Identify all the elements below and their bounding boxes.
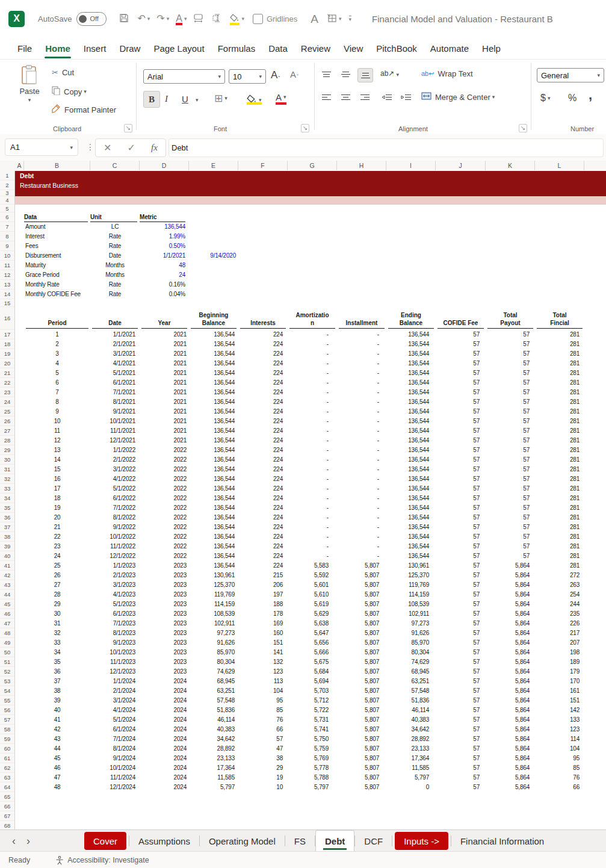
cell-H17[interactable]: - xyxy=(337,330,386,339)
cell-B12[interactable]: Grace Period xyxy=(25,270,88,280)
cell-G63[interactable]: 5,788 xyxy=(288,773,337,783)
cell-K29[interactable]: 57 xyxy=(486,445,535,455)
cell-I42[interactable]: 125,370 xyxy=(386,571,436,580)
cell-F24[interactable]: 224 xyxy=(238,397,288,407)
cell-G17[interactable]: - xyxy=(288,330,337,339)
cell-B53[interactable]: 37 xyxy=(24,677,90,686)
cell-I63[interactable]: 5,797 xyxy=(386,773,436,783)
ribbon-tab-pitchbook[interactable]: PitchBook xyxy=(369,40,424,57)
cell-F54[interactable]: 104 xyxy=(238,686,288,696)
cell-K46[interactable]: 5,864 xyxy=(486,609,535,619)
cell-C28[interactable]: 12/1/2021 xyxy=(90,436,140,445)
cell-I49[interactable]: 85,970 xyxy=(386,638,436,648)
cell-L46[interactable]: 235 xyxy=(535,609,584,619)
prev-sheet-icon[interactable]: ‹ xyxy=(7,835,20,848)
cell-F56[interactable]: 85 xyxy=(238,705,288,715)
cell-J33[interactable]: 57 xyxy=(436,484,486,494)
cell-G25[interactable]: - xyxy=(288,407,337,417)
cell-L19[interactable]: 281 xyxy=(535,349,584,359)
save-icon[interactable] xyxy=(119,13,129,25)
cell-L54[interactable]: 161 xyxy=(535,686,584,696)
row-header-36[interactable]: 36 xyxy=(0,513,14,522)
cell-E57[interactable]: 46,114 xyxy=(189,715,238,725)
amortization-header-K[interactable]: Total Payout xyxy=(487,299,533,329)
row-header-5[interactable]: 5 xyxy=(0,205,14,212)
ribbon-tab-draw[interactable]: Draw xyxy=(113,40,147,57)
cell-I34[interactable]: 136,544 xyxy=(386,494,436,503)
cell-B24[interactable]: 8 xyxy=(24,397,90,407)
cell-K63[interactable]: 5,864 xyxy=(486,773,535,783)
cell-B31[interactable]: 15 xyxy=(24,465,90,474)
cell-H28[interactable]: - xyxy=(337,436,386,445)
row-header-54[interactable]: 54 xyxy=(0,686,14,696)
cell-K53[interactable]: 5,864 xyxy=(486,677,535,686)
ribbon-tab-view[interactable]: View xyxy=(337,40,369,57)
cell-K39[interactable]: 57 xyxy=(486,542,535,551)
cell-H47[interactable]: 5,807 xyxy=(337,619,386,628)
column-header-E[interactable]: E xyxy=(189,161,238,170)
cell-J48[interactable]: 57 xyxy=(436,628,486,638)
row-header-43[interactable]: 43 xyxy=(0,580,14,590)
ribbon-font-color-button[interactable]: A▾ xyxy=(276,91,286,103)
cell-G38[interactable]: - xyxy=(288,532,337,542)
amortization-header-H[interactable]: Installment xyxy=(339,299,385,329)
cell-C63[interactable]: 11/1/2024 xyxy=(90,773,140,783)
cell-J17[interactable]: 57 xyxy=(436,330,486,339)
cell-B27[interactable]: 11 xyxy=(24,426,90,436)
cell-H59[interactable]: 5,807 xyxy=(337,734,386,744)
customize-toolbar-icon[interactable]: ▾ xyxy=(349,16,352,22)
cell-I53[interactable]: 63,251 xyxy=(386,677,436,686)
cell-C50[interactable]: 10/1/2023 xyxy=(90,648,140,657)
info-header-data[interactable]: Data xyxy=(24,212,88,222)
sheet-tab-cover[interactable]: Cover xyxy=(84,832,126,850)
cell-D21[interactable]: 2021 xyxy=(140,368,189,378)
cell-H23[interactable]: - xyxy=(337,388,386,397)
row-header-11[interactable]: 11 xyxy=(0,261,14,270)
decrease-indent-button[interactable] xyxy=(379,91,394,104)
cell-J61[interactable]: 57 xyxy=(436,754,486,763)
cut-button[interactable]: ✂Cut xyxy=(52,68,74,77)
cell-J60[interactable]: 57 xyxy=(436,744,486,754)
cell-J39[interactable]: 57 xyxy=(436,542,486,551)
cell-D40[interactable]: 2022 xyxy=(140,551,189,561)
cell-K48[interactable]: 5,864 xyxy=(486,628,535,638)
cell-L28[interactable]: 281 xyxy=(535,436,584,445)
row-header-52[interactable]: 52 xyxy=(0,667,14,677)
cell-H53[interactable]: 5,807 xyxy=(337,677,386,686)
ribbon-tab-data[interactable]: Data xyxy=(262,40,294,57)
cell-D11[interactable]: 48 xyxy=(140,261,185,270)
cell-I58[interactable]: 34,642 xyxy=(386,725,436,734)
paste-button[interactable]: Paste ▾ xyxy=(12,64,47,117)
cell-G51[interactable]: 5,675 xyxy=(288,657,337,667)
cell-D49[interactable]: 2023 xyxy=(140,638,189,648)
cell-J27[interactable]: 57 xyxy=(436,426,486,436)
amortization-header-C[interactable]: Date xyxy=(92,299,138,329)
cell-L55[interactable]: 151 xyxy=(535,696,584,705)
cell-J45[interactable]: 57 xyxy=(436,600,486,609)
row-header-13[interactable]: 13 xyxy=(0,280,14,290)
cell-F42[interactable]: 215 xyxy=(238,571,288,580)
cell-C38[interactable]: 10/1/2022 xyxy=(90,532,140,542)
cell-D20[interactable]: 2021 xyxy=(140,359,189,368)
middle-align-button[interactable] xyxy=(338,68,353,81)
gridlines-checkbox[interactable] xyxy=(253,14,263,24)
cell-H34[interactable]: - xyxy=(337,494,386,503)
copy-dropdown-icon[interactable]: ▾ xyxy=(84,88,87,95)
row-header-47[interactable]: 47 xyxy=(0,619,14,628)
row-header-60[interactable]: 60 xyxy=(0,744,14,754)
cell-E18[interactable]: 136,544 xyxy=(189,339,238,349)
cell-B35[interactable]: 19 xyxy=(24,503,90,513)
row-header-40[interactable]: 40 xyxy=(0,551,14,561)
cell-B41[interactable]: 25 xyxy=(24,561,90,571)
cell-B42[interactable]: 26 xyxy=(24,571,90,580)
cell-K62[interactable]: 5,864 xyxy=(486,763,535,773)
cell-C26[interactable]: 10/1/2021 xyxy=(90,417,140,426)
cell-E64[interactable]: 5,797 xyxy=(189,783,238,792)
cell-B33[interactable]: 17 xyxy=(24,484,90,494)
format-painter-button[interactable]: Format Painter xyxy=(52,104,116,115)
cell-G36[interactable]: - xyxy=(288,513,337,522)
cell-D25[interactable]: 2021 xyxy=(140,407,189,417)
cell-B47[interactable]: 31 xyxy=(24,619,90,628)
cell-G64[interactable]: 5,797 xyxy=(288,783,337,792)
cell-C21[interactable]: 5/1/2021 xyxy=(90,368,140,378)
